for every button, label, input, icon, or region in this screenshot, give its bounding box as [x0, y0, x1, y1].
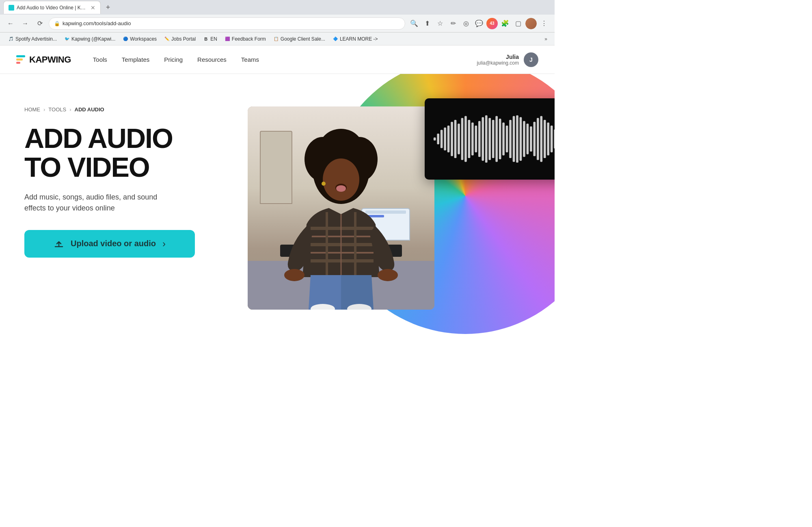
- bookmark-spotify[interactable]: 🎵 Spotify Advertisin...: [5, 35, 60, 43]
- bookmark-en-label: EN: [210, 36, 217, 42]
- svg-rect-25: [471, 123, 474, 156]
- search-button[interactable]: 🔍: [408, 18, 420, 29]
- svg-rect-40: [523, 121, 525, 157]
- bookmark-google-client-label: Google Client Sale...: [281, 36, 325, 42]
- svg-rect-16: [441, 130, 443, 148]
- bookmark-en[interactable]: B EN: [200, 35, 220, 43]
- svg-rect-22: [461, 118, 464, 160]
- breadcrumb-sep-1: ›: [43, 106, 45, 113]
- bookmark-button[interactable]: ☆: [434, 18, 446, 29]
- back-button[interactable]: ←: [5, 18, 16, 29]
- logo-bar-teal: [16, 55, 25, 57]
- nav-templates[interactable]: Templates: [116, 54, 155, 65]
- feedback-favicon: 🟪: [225, 36, 230, 42]
- new-tab-button[interactable]: +: [102, 2, 114, 13]
- forward-button[interactable]: →: [19, 18, 31, 29]
- user-avatar[interactable]: J: [524, 52, 538, 67]
- upload-button[interactable]: Upload video or audio ›: [24, 230, 195, 258]
- camera-button[interactable]: ◎: [460, 18, 472, 29]
- svg-rect-24: [468, 120, 471, 158]
- bookmark-learn-more[interactable]: 🔷 LEARN MORE ->: [329, 35, 381, 43]
- svg-point-11: [322, 182, 326, 186]
- bookmark-google-client[interactable]: 📋 Google Client Sale...: [270, 35, 328, 43]
- svg-rect-44: [537, 118, 539, 160]
- workspaces-favicon: 🔵: [123, 36, 128, 42]
- nav-resources[interactable]: Resources: [192, 54, 232, 65]
- browser-chrome: Add Audio to Video Online | Kapwing ✕ + …: [0, 0, 555, 46]
- upload-icon: [54, 239, 64, 249]
- jobs-favicon: ✏️: [164, 36, 170, 42]
- svg-rect-26: [475, 126, 477, 152]
- svg-rect-49: [554, 129, 555, 148]
- tab-title: Add Audio to Video Online | Kapwing: [17, 5, 88, 11]
- bookmark-kapwing-twitter[interactable]: 🐦 Kapwing (@Kapwi...: [61, 35, 119, 43]
- puzzle-button[interactable]: 🧩: [499, 18, 511, 29]
- logo[interactable]: KAPWING: [16, 54, 71, 65]
- menu-button[interactable]: ⋮: [538, 18, 550, 29]
- svg-rect-45: [540, 116, 542, 162]
- svg-rect-27: [478, 121, 481, 157]
- user-email: julia@kapwing.com: [477, 60, 519, 66]
- nav-teams[interactable]: Teams: [235, 54, 265, 65]
- bookmark-spotify-label: Spotify Advertisin...: [15, 36, 57, 42]
- reload-button[interactable]: ⟳: [34, 18, 45, 29]
- svg-rect-17: [444, 128, 446, 150]
- active-tab[interactable]: Add Audio to Video Online | Kapwing ✕: [3, 1, 101, 14]
- hero-image-wrap: [248, 106, 538, 310]
- svg-rect-39: [520, 117, 522, 160]
- bookmark-jobs-label: Jobs Portal: [171, 36, 196, 42]
- hero-title: ADD AUDIO TO VIDEO: [24, 124, 235, 182]
- learn-more-favicon: 🔷: [333, 36, 338, 42]
- svg-rect-41: [527, 124, 529, 154]
- twitter-favicon: 🐦: [64, 36, 70, 42]
- profile-button[interactable]: [525, 18, 537, 29]
- breadcrumb-sep-2: ›: [69, 106, 71, 113]
- svg-rect-48: [551, 126, 553, 152]
- waveform-visualization: [433, 111, 555, 167]
- spotify-favicon: 🎵: [8, 36, 14, 42]
- breadcrumb-home[interactable]: HOME: [24, 106, 40, 113]
- breadcrumb-tools[interactable]: TOOLS: [48, 106, 66, 113]
- upload-button-label: Upload video or audio: [71, 239, 156, 248]
- bookmark-learn-more-label: LEARN MORE ->: [340, 36, 378, 42]
- message-button[interactable]: 💬: [473, 18, 485, 29]
- svg-rect-33: [499, 119, 501, 159]
- bookmark-jobs[interactable]: ✏️ Jobs Portal: [161, 35, 199, 43]
- share-button[interactable]: ⬆: [421, 18, 433, 29]
- svg-rect-15: [437, 134, 439, 144]
- site-header: KAPWING Tools Templates Pricing Resource…: [0, 46, 555, 74]
- google-client-favicon: 📋: [273, 36, 279, 42]
- bookmarks-more-button[interactable]: »: [542, 35, 550, 43]
- bookmark-feedback[interactable]: 🟪 Feedback Form: [221, 35, 269, 43]
- svg-rect-42: [530, 126, 532, 152]
- svg-point-13: [336, 185, 346, 192]
- user-info: Julia julia@kapwing.com: [477, 54, 519, 66]
- person-silhouette: [248, 106, 434, 310]
- waveform-card: [425, 98, 555, 180]
- tab-favicon: [9, 5, 14, 11]
- svg-rect-21: [458, 124, 460, 154]
- left-section: HOME › TOOLS › ADD AUDIO ADD AUDIO TO VI…: [24, 98, 235, 367]
- hero-photo: [248, 106, 434, 310]
- nav-pricing[interactable]: Pricing: [158, 54, 188, 65]
- svg-rect-30: [488, 118, 491, 160]
- address-bar[interactable]: 🔒 kapwing.com/tools/add-audio: [49, 17, 405, 30]
- tab-close-button[interactable]: ✕: [91, 4, 95, 11]
- bookmarks-bar: 🎵 Spotify Advertisin... 🐦 Kapwing (@Kapw…: [0, 33, 555, 46]
- nav-bar: ← → ⟳ 🔒 kapwing.com/tools/add-audio 🔍 ⬆ …: [0, 15, 555, 33]
- upload-arrow-icon: ›: [162, 238, 166, 249]
- window-button[interactable]: ▢: [512, 18, 524, 29]
- lock-icon: 🔒: [54, 21, 60, 26]
- logo-text: KAPWING: [29, 54, 71, 65]
- svg-rect-32: [495, 116, 498, 162]
- upload-svg-icon: [54, 239, 64, 249]
- pencil-button[interactable]: ✏: [447, 18, 459, 29]
- extensions-button[interactable]: 43: [486, 18, 498, 29]
- svg-point-4: [323, 158, 359, 201]
- nav-tools[interactable]: Tools: [87, 54, 113, 65]
- bookmark-workspaces-label: Workspaces: [130, 36, 157, 42]
- svg-rect-20: [454, 120, 457, 158]
- bookmark-workspaces[interactable]: 🔵 Workspaces: [119, 35, 160, 43]
- user-area: Julia julia@kapwing.com J: [477, 52, 538, 67]
- website: KAPWING Tools Templates Pricing Resource…: [0, 46, 555, 395]
